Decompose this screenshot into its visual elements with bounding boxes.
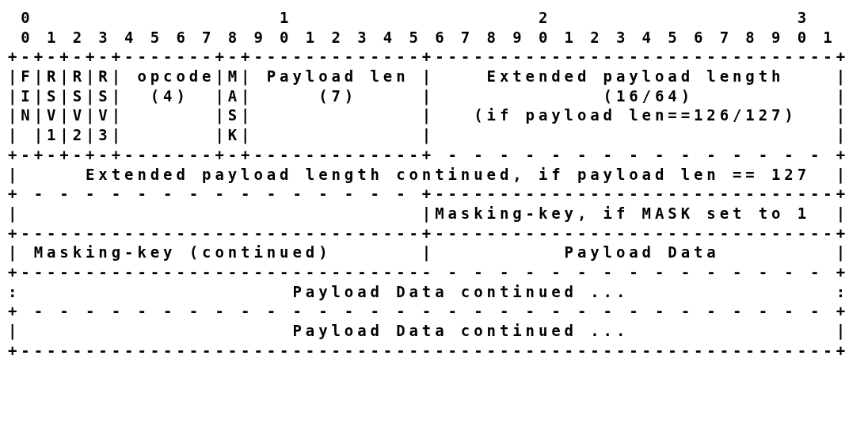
websocket-frame-diagram: 0 1 2 3 0 1 2 3 4 5 6 7 8 9 0 1 2 3 4 5 … xyxy=(8,8,860,360)
